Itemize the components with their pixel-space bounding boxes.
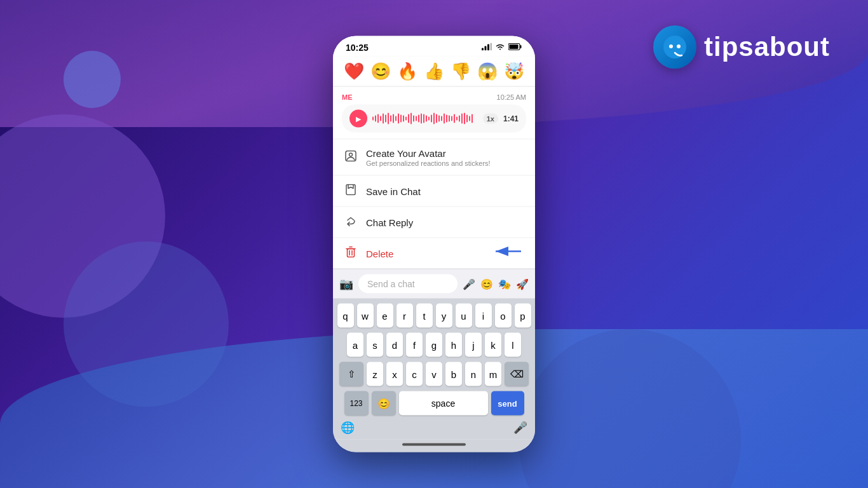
key-k[interactable]: k <box>485 333 501 357</box>
create-avatar-subtitle: Get personalized reactions and stickers! <box>366 159 524 167</box>
svg-rect-6 <box>491 43 492 50</box>
key-y[interactable]: y <box>436 304 452 328</box>
rocket-icon[interactable]: 🚀 <box>516 278 529 290</box>
key-d[interactable]: d <box>386 333 403 357</box>
key-i[interactable]: i <box>475 304 492 328</box>
key-f[interactable]: f <box>406 333 423 357</box>
key-j[interactable]: j <box>465 333 482 357</box>
key-n[interactable]: n <box>465 362 482 386</box>
bitmoji-icon[interactable]: 🎭 <box>498 278 511 290</box>
camera-icon[interactable]: 📷 <box>339 277 353 291</box>
context-menu: Create Your Avatar Get personalized reac… <box>333 140 535 269</box>
key-g[interactable]: g <box>426 333 442 357</box>
chat-message-area: ME 10:25 AM ▶ <box>333 87 535 140</box>
svg-rect-8 <box>520 45 522 48</box>
send-key[interactable]: send <box>491 391 524 416</box>
key-t[interactable]: t <box>416 304 433 328</box>
menu-item-save-chat[interactable]: Save in Chat <box>333 176 535 207</box>
phone-frame: 10:25 <box>333 36 535 452</box>
chat-meta: ME 10:25 AM <box>342 93 526 101</box>
chat-input-field[interactable]: Send a chat <box>358 274 458 294</box>
shift-key[interactable]: ⇧ <box>339 362 363 386</box>
logo-text: tipsabout <box>704 32 830 62</box>
logo-icon <box>653 25 696 69</box>
waveform <box>372 112 478 125</box>
key-c[interactable]: c <box>406 362 423 386</box>
reaction-heart[interactable]: ❤️ <box>344 62 364 81</box>
key-s[interactable]: s <box>367 333 383 357</box>
key-w[interactable]: w <box>357 304 374 328</box>
reaction-thumbsdown[interactable]: 👎 <box>451 62 471 81</box>
microphone-icon[interactable]: 🎤 <box>463 278 475 290</box>
keyboard-row-2: a s d f g h j k l <box>336 333 532 357</box>
reaction-smile[interactable]: 😊 <box>370 62 391 81</box>
svg-point-11 <box>349 153 353 156</box>
key-x[interactable]: x <box>386 362 403 386</box>
menu-item-chat-reply[interactable]: Chat Reply <box>333 207 535 238</box>
key-m[interactable]: m <box>485 362 501 386</box>
globe-icon[interactable]: 🌐 <box>341 421 355 435</box>
key-b[interactable]: b <box>445 362 462 386</box>
key-l[interactable]: l <box>505 333 521 357</box>
key-e[interactable]: e <box>377 304 393 328</box>
status-time: 10:25 <box>346 43 369 53</box>
home-indicator <box>333 440 535 452</box>
battery-icon <box>508 43 522 52</box>
reaction-thumbsup[interactable]: 👍 <box>424 62 444 81</box>
svg-point-1 <box>669 44 673 48</box>
chat-reply-content: Chat Reply <box>366 217 524 227</box>
key-u[interactable]: u <box>456 304 472 328</box>
keyboard-row-4: 123 😊 space send <box>336 391 532 416</box>
save-chat-title: Save in Chat <box>366 186 524 196</box>
chat-sender: ME <box>342 93 353 101</box>
keyboard-row-1: q w e r t y u i o p <box>336 304 532 328</box>
emoji-key[interactable]: 😊 <box>372 391 396 416</box>
wifi-icon <box>495 43 505 52</box>
keyboard: q w e r t y u i o p a s d f g h j k l ⇧ … <box>333 299 535 440</box>
chat-reply-title: Chat Reply <box>366 217 524 227</box>
keyboard-mic-icon[interactable]: 🎤 <box>513 421 527 435</box>
key-a[interactable]: a <box>347 333 363 357</box>
avatar-icon <box>344 151 357 165</box>
reply-icon <box>344 215 357 229</box>
play-button[interactable]: ▶ <box>349 110 367 128</box>
reaction-bar: ❤️ 😊 🔥 👍 👎 😱 🤯 <box>333 57 535 87</box>
key-z[interactable]: z <box>367 362 383 386</box>
space-key[interactable]: space <box>399 391 488 416</box>
voice-message: ▶ <box>342 105 526 133</box>
svg-rect-13 <box>348 249 355 257</box>
key-h[interactable]: h <box>445 333 462 357</box>
reaction-mindblown[interactable]: 🤯 <box>504 62 524 81</box>
input-icons: 🎤 😊 🎭 🚀 <box>463 278 529 290</box>
svg-rect-5 <box>487 44 489 50</box>
key-r[interactable]: r <box>397 304 413 328</box>
speed-badge[interactable]: 1x <box>483 114 498 124</box>
reaction-shocked[interactable]: 😱 <box>477 62 498 81</box>
save-chat-content: Save in Chat <box>366 186 524 196</box>
create-avatar-title: Create Your Avatar <box>366 148 524 159</box>
create-avatar-content: Create Your Avatar Get personalized reac… <box>366 148 524 167</box>
key-q[interactable]: q <box>337 304 354 328</box>
emoji-icon[interactable]: 😊 <box>480 278 493 290</box>
menu-item-delete[interactable]: Delete <box>333 238 535 269</box>
key-o[interactable]: o <box>495 304 512 328</box>
svg-rect-3 <box>482 48 484 50</box>
menu-item-create-avatar[interactable]: Create Your Avatar Get personalized reac… <box>333 140 535 176</box>
reaction-fire[interactable]: 🔥 <box>397 62 417 81</box>
blue-arrow-annotation <box>491 245 524 262</box>
duration: 1:41 <box>503 114 519 123</box>
num-key[interactable]: 123 <box>344 391 369 416</box>
key-v[interactable]: v <box>426 362 442 386</box>
logo-area: tipsabout <box>653 25 830 69</box>
keyboard-bottom-row: 🌐 🎤 <box>336 421 532 435</box>
status-bar: 10:25 <box>333 36 535 57</box>
status-icons <box>482 43 522 52</box>
signal-icon <box>482 43 492 52</box>
svg-point-0 <box>663 36 686 58</box>
home-bar <box>402 444 466 446</box>
backspace-key[interactable]: ⌫ <box>505 362 529 386</box>
key-p[interactable]: p <box>515 304 531 328</box>
save-icon <box>344 184 357 198</box>
chat-time: 10:25 AM <box>497 93 526 101</box>
keyboard-row-3: ⇧ z x c v b n m ⌫ <box>336 362 532 386</box>
